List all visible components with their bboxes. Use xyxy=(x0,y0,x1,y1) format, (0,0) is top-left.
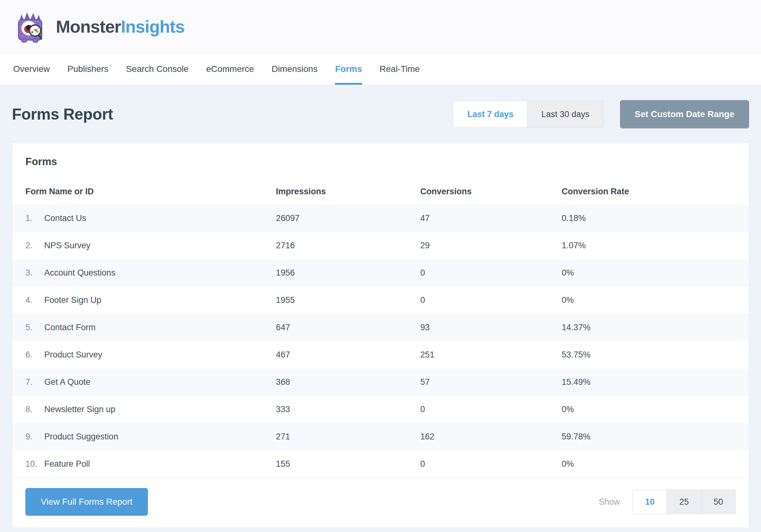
card-footer: View Full Forms Report Show 10 25 50 xyxy=(12,478,749,528)
table-row: 2.NPS Survey 2716 29 1.07% xyxy=(12,232,749,259)
conversions-value: 93 xyxy=(420,314,562,341)
conversions-value: 0 xyxy=(420,450,562,478)
impressions-value: 2716 xyxy=(276,232,420,259)
row-rank: 6. xyxy=(26,350,44,360)
table-row: 7.Get A Quote 368 57 15.49% xyxy=(12,369,749,396)
form-name: NPS Survey xyxy=(44,241,90,250)
tab-forms[interactable]: Forms xyxy=(335,53,362,85)
column-header-conversion-rate: Conversion Rate xyxy=(562,178,749,205)
last-7-days-button[interactable]: Last 7 days xyxy=(453,101,527,127)
conversions-value: 0 xyxy=(420,287,562,314)
conversions-value: 57 xyxy=(420,369,562,396)
monsterinsights-logo: MonsterInsights xyxy=(13,9,185,44)
form-name: Footer Sign Up xyxy=(44,295,101,305)
page-size-toggle: 10 25 50 xyxy=(633,490,735,514)
tab-publishers[interactable]: Publishers xyxy=(68,53,109,85)
date-range-toggle: Last 7 days Last 30 days xyxy=(453,101,604,128)
conversion-rate-value: 0% xyxy=(562,259,749,287)
column-header-form-name: Form Name or ID xyxy=(12,178,276,205)
form-name: Contact Us xyxy=(44,213,86,223)
conversion-rate-value: 14.37% xyxy=(562,314,749,341)
row-rank: 10. xyxy=(26,459,44,469)
table-row: 8.Newsletter Sign up 333 0 0% xyxy=(12,396,749,423)
conversion-rate-value: 15.49% xyxy=(562,369,749,396)
impressions-value: 271 xyxy=(276,423,420,450)
date-controls: Last 7 days Last 30 days Set Custom Date… xyxy=(453,100,749,128)
conversions-value: 0 xyxy=(420,396,562,423)
site-header: MonsterInsights xyxy=(0,0,761,53)
column-header-impressions: Impressions xyxy=(276,178,420,205)
impressions-value: 1955 xyxy=(276,287,420,314)
table-header-row: Form Name or ID Impressions Conversions … xyxy=(12,178,749,205)
forms-card: Forms Form Name or ID Impressions Conver… xyxy=(12,143,749,528)
row-rank: 4. xyxy=(26,295,44,305)
impressions-value: 26097 xyxy=(276,205,420,232)
row-rank: 1. xyxy=(26,213,44,223)
impressions-value: 155 xyxy=(276,450,420,478)
conversion-rate-value: 0% xyxy=(562,287,749,314)
show-label: Show xyxy=(599,497,620,507)
conversion-rate-value: 59.78% xyxy=(562,423,749,450)
page-size-10-button[interactable]: 10 xyxy=(633,490,667,514)
conversions-value: 0 xyxy=(420,259,562,287)
conversion-rate-value: 0% xyxy=(562,396,749,423)
impressions-value: 647 xyxy=(276,314,420,341)
impressions-value: 368 xyxy=(276,369,420,396)
brand-insights: Insights xyxy=(121,17,185,36)
forms-table: Form Name or ID Impressions Conversions … xyxy=(12,178,749,478)
monster-mascot-icon xyxy=(13,9,48,44)
conversions-value: 162 xyxy=(420,423,562,450)
table-row: 5.Contact Form 647 93 14.37% xyxy=(12,314,749,341)
page-size-controls: Show 10 25 50 xyxy=(599,490,735,514)
form-name: Contact Form xyxy=(44,323,96,332)
page-head: Forms Report Last 7 days Last 30 days Se… xyxy=(12,100,749,128)
form-name: Product Suggestion xyxy=(44,432,118,441)
form-name: Feature Poll xyxy=(44,459,90,469)
set-custom-date-range-button[interactable]: Set Custom Date Range xyxy=(620,100,749,128)
row-rank: 3. xyxy=(26,268,44,278)
table-row: 3.Account Questions 1956 0 0% xyxy=(12,259,749,287)
column-header-conversions: Conversions xyxy=(420,178,562,205)
tab-dimensions[interactable]: Dimensions xyxy=(271,53,318,85)
table-row: 9.Product Suggestion 271 162 59.78% xyxy=(12,423,749,450)
row-rank: 9. xyxy=(26,432,44,442)
table-row: 4.Footer Sign Up 1955 0 0% xyxy=(12,287,749,314)
conversion-rate-value: 0.18% xyxy=(562,205,749,232)
form-name: Newsletter Sign up xyxy=(44,405,116,414)
row-rank: 7. xyxy=(26,377,44,387)
brand-name: MonsterInsights xyxy=(56,17,185,37)
forms-card-title: Forms xyxy=(12,143,749,168)
tab-search-console[interactable]: Search Console xyxy=(126,53,188,85)
conversions-value: 29 xyxy=(420,232,562,259)
form-name: Account Questions xyxy=(44,268,116,277)
conversions-value: 47 xyxy=(420,205,562,232)
page-size-50-button[interactable]: 50 xyxy=(701,490,735,514)
impressions-value: 1956 xyxy=(276,259,420,287)
conversions-value: 251 xyxy=(420,341,562,369)
impressions-value: 467 xyxy=(276,341,420,369)
report-nav: Overview Publishers Search Console eComm… xyxy=(0,53,761,85)
page-title: Forms Report xyxy=(12,105,113,123)
row-rank: 8. xyxy=(26,405,44,414)
view-full-forms-report-button[interactable]: View Full Forms Report xyxy=(26,488,148,516)
last-30-days-button[interactable]: Last 30 days xyxy=(527,101,603,127)
impressions-value: 333 xyxy=(276,396,420,423)
conversion-rate-value: 0% xyxy=(562,450,749,478)
table-row: 6.Product Survey 467 251 53.75% xyxy=(12,341,749,369)
brand-monster: Monster xyxy=(56,17,121,36)
page-size-25-button[interactable]: 25 xyxy=(667,490,701,514)
tab-overview[interactable]: Overview xyxy=(13,53,50,85)
conversion-rate-value: 1.07% xyxy=(562,232,749,259)
form-name: Get A Quote xyxy=(44,377,90,387)
form-name: Product Survey xyxy=(44,350,102,359)
tab-real-time[interactable]: Real-Time xyxy=(380,53,420,85)
table-row: 10.Feature Poll 155 0 0% xyxy=(12,450,749,478)
table-row: 1.Contact Us 26097 47 0.18% xyxy=(12,205,749,232)
conversion-rate-value: 53.75% xyxy=(562,341,749,369)
row-rank: 5. xyxy=(26,323,44,332)
row-rank: 2. xyxy=(26,241,44,251)
report-content: Forms Report Last 7 days Last 30 days Se… xyxy=(0,100,761,528)
tab-ecommerce[interactable]: eCommerce xyxy=(206,53,254,85)
